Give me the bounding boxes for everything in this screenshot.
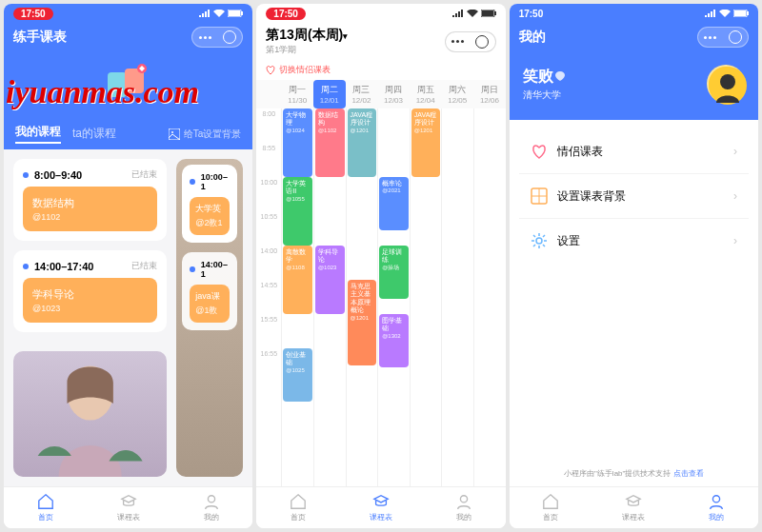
day-column: 概率论@2021足球训练@操场图学基础@1302 — [377, 108, 410, 486]
svg-point-8 — [171, 131, 173, 133]
course-block[interactable]: 学科导论@1023 — [315, 246, 345, 314]
svg-rect-2 — [241, 11, 243, 15]
week-title[interactable]: 第13周(本周)▾ — [266, 27, 438, 44]
wifi-icon — [213, 10, 225, 17]
chevron-right-icon: › — [733, 234, 737, 247]
signal-icon — [199, 10, 211, 17]
nav-item-0[interactable]: 首页 — [4, 487, 87, 528]
battery-icon — [733, 10, 749, 17]
capsule-menu[interactable] — [697, 27, 749, 48]
course-block[interactable]: JAVA程序设计@1201 — [348, 108, 377, 177]
course-block[interactable]: 离散数学@1108 — [283, 246, 312, 314]
course-block[interactable]: JAVA程序设计@1201 — [411, 108, 441, 177]
day-header[interactable]: 周五12/04 — [410, 80, 442, 108]
menu-item-grid[interactable]: 设置课表背景› — [519, 174, 749, 219]
header: 我的 — [510, 23, 758, 51]
course-block[interactable]: 足球训练@操场 — [379, 246, 409, 299]
course-card-small[interactable]: 14:00–1 java课@1教 — [182, 252, 237, 330]
svg-point-23 — [536, 238, 542, 244]
nav-item-2[interactable]: 我的 — [675, 487, 758, 528]
grid-icon — [531, 187, 548, 205]
course-card[interactable]: 14:00–17:40已结束 学科导论@1023 — [13, 250, 167, 332]
nav-item-0[interactable]: 首页 — [256, 487, 339, 528]
capsule-menu[interactable] — [191, 27, 243, 48]
day-header[interactable]: 周一11/30 — [281, 80, 313, 108]
status-icons — [199, 10, 243, 17]
day-headers: 周一11/30周二12/01周三12/02周四12/03周五12/04周六12/… — [256, 80, 505, 108]
day-column: 大学物理@1024大学英语II@1055离散数学@1108创业基础@1025 — [281, 108, 313, 486]
menu-item-gear[interactable]: 设置› — [519, 219, 749, 263]
switch-couple-button[interactable]: 切换情侣课表 — [256, 60, 505, 80]
close-icon[interactable] — [475, 35, 489, 49]
battery-icon — [481, 10, 496, 17]
profile-hero: 笑败 清华大学 — [510, 51, 758, 120]
status-time: 17:50 — [266, 8, 306, 20]
app-title: 练手课表 — [13, 29, 186, 46]
course-block[interactable]: 大学物理@1024 — [283, 108, 312, 177]
header: 第13周(本周)▾ 第1学期 — [256, 23, 505, 60]
settings-list: 情侣课表› 设置课表背景› 设置› — [519, 129, 749, 263]
gear-icon — [531, 232, 548, 249]
status-bar: 17:50 — [256, 4, 505, 23]
status-bar: 17:50 — [4, 4, 252, 23]
set-bg-button[interactable]: 给Ta设置背景 — [169, 128, 242, 141]
day-header[interactable]: 周六12/05 — [441, 80, 473, 108]
course-block[interactable]: 马克思主义基本原理概论@1201 — [348, 280, 377, 365]
location-icon — [555, 71, 565, 81]
nav-item-1[interactable]: 课程表 — [87, 487, 170, 528]
nav-item-1[interactable]: 课程表 — [592, 487, 675, 528]
battery-icon — [228, 10, 243, 17]
bottom-nav: 首页课程表我的 — [256, 486, 505, 528]
day-header[interactable]: 周四12/03 — [377, 80, 410, 108]
header: 练手课表 — [4, 23, 252, 51]
course-card-small[interactable]: 10:00–1 大学英@2教1 — [182, 165, 237, 243]
nav-item-2[interactable]: 我的 — [423, 487, 506, 528]
phone-profile: 17:50 我的 笑败 清华大学 情侣课表› 设置课表背景› 设置› — [510, 4, 758, 528]
status-time: 17:50 — [13, 8, 53, 20]
course-block[interactable]: 创业基础@1025 — [283, 348, 312, 402]
nav-item-2[interactable]: 我的 — [170, 487, 252, 528]
wifi-icon — [719, 10, 731, 17]
heart-icon — [266, 66, 275, 75]
close-icon[interactable] — [729, 30, 742, 44]
signal-icon — [452, 10, 464, 17]
timetable-grid: 8:008:5510:0010:5514:0014:5515:5516:55 大… — [256, 108, 505, 486]
user-name: 笑败 — [523, 67, 566, 87]
menu-item-heart[interactable]: 情侣课表› — [519, 129, 749, 174]
status-icons — [452, 10, 496, 17]
svg-point-10 — [208, 496, 214, 502]
footer-link[interactable]: 点击查看 — [673, 469, 704, 478]
svg-rect-17 — [747, 11, 749, 15]
close-icon[interactable] — [223, 30, 236, 44]
capsule-menu[interactable] — [445, 31, 496, 52]
day-header[interactable]: 周三12/02 — [346, 80, 378, 108]
chevron-right-icon: › — [733, 145, 737, 158]
svg-point-14 — [460, 496, 467, 502]
day-header[interactable]: 周日12/06 — [473, 80, 506, 108]
course-block[interactable]: 数据结构@1102 — [315, 108, 345, 177]
nav-item-0[interactable]: 首页 — [510, 487, 592, 528]
day-column — [441, 108, 473, 486]
wifi-icon — [467, 10, 478, 17]
svg-rect-13 — [494, 11, 496, 15]
course-block[interactable]: 图学基础@1302 — [379, 314, 409, 367]
phone-timetable: 17:50 第13周(本周)▾ 第1学期 切换情侣课表 周一11/30周二12/… — [256, 4, 505, 528]
image-icon — [169, 128, 180, 140]
avatar[interactable] — [707, 65, 745, 103]
course-card[interactable]: 8:00–9:40已结束 数据结构@1102 — [13, 159, 167, 241]
svg-rect-1 — [229, 10, 240, 16]
day-column: JAVA程序设计@1201马克思主义基本原理概论@1201 — [346, 108, 378, 486]
svg-rect-16 — [734, 10, 746, 16]
heart-icon — [531, 143, 548, 160]
signal-icon — [705, 10, 716, 17]
watermark: iyuanmas.com — [6, 74, 199, 110]
svg-point-24 — [713, 496, 720, 502]
course-block[interactable]: 概率论@2021 — [379, 177, 409, 230]
page-title: 我的 — [519, 29, 692, 46]
course-block[interactable]: 大学英语II@1055 — [283, 177, 312, 246]
day-header[interactable]: 周二12/01 — [313, 80, 346, 108]
courses-body: 8:00–9:40已结束 数据结构@1102 14:00–17:40已结束 学科… — [4, 149, 252, 486]
tab-my-courses[interactable]: 我的课程 — [15, 124, 61, 144]
nav-item-1[interactable]: 课程表 — [339, 487, 422, 528]
tab-ta-courses[interactable]: ta的课程 — [72, 126, 116, 142]
